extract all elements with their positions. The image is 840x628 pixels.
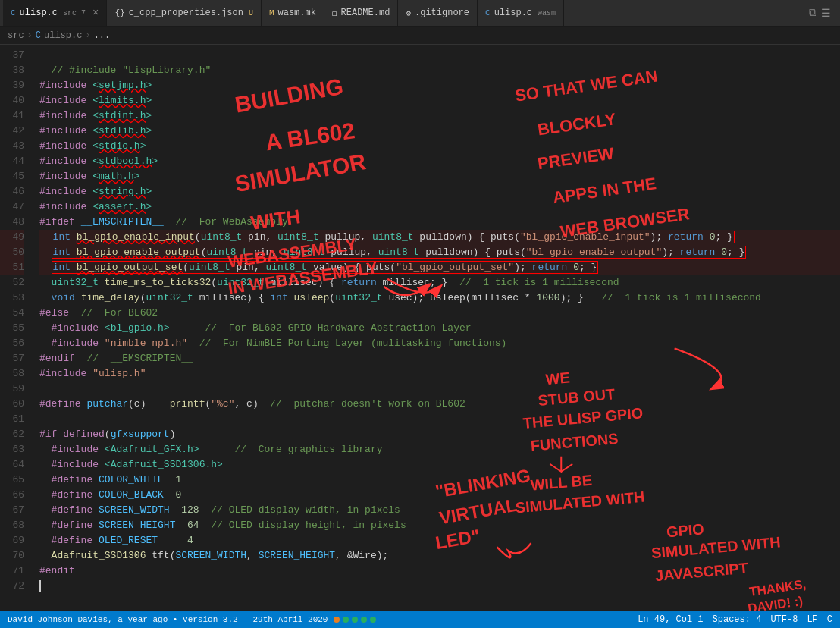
more-actions-btn[interactable]: ☰ (821, 7, 831, 20)
tab-dirty: U (249, 9, 253, 17)
tab-actions: ⧉ ☰ (809, 7, 837, 20)
dot-3 (352, 617, 358, 623)
dot-5 (370, 617, 376, 623)
tab-label: wasm.mk (278, 8, 316, 18)
code-line: int bl_gpio_enable_input(uint8_t pin, ui… (39, 230, 840, 245)
tab-bar: C ulisp.c src 7 × {} c_cpp_properties.js… (0, 0, 840, 27)
code-line: int bl_gpio_enable_output(uint8_t pin, u… (39, 245, 840, 260)
code-line: #define COLOR_BLACK 0 (39, 488, 840, 503)
language-mode[interactable]: C (827, 614, 832, 625)
tab-icon-readme: ◻ (332, 8, 337, 18)
breadcrumb-c: C (36, 30, 41, 41)
line-numbers: 37383940 41424344 45464748 49 50 51 5253… (0, 45, 32, 611)
code-line: #endif (39, 564, 840, 579)
code-line: #ifdef __EMSCRIPTEN__ // For WebAssembly (39, 215, 840, 230)
code-line: #include <string.h> (39, 184, 840, 199)
code-line (39, 412, 840, 427)
cursor-position: Ln 49, Col 1 (638, 614, 703, 625)
tab-badge: src 7 (63, 9, 86, 17)
code-line: #include <Adafruit_SSD1306.h> (39, 457, 840, 473)
tab-label: ulisp.c (494, 8, 532, 18)
code-line: #include <math.h> (39, 169, 840, 184)
code-line: #include "ulisp.h" (39, 366, 840, 382)
tab-label: c_cpp_properties.json (129, 8, 243, 18)
code-line: #include <stdlib.h> (39, 124, 840, 139)
code-line: #include <Adafruit_GFX.h> // Core graphi… (39, 442, 840, 457)
indentation: Spaces: 4 (713, 614, 762, 625)
code-line: #define putchar(c) printf("%c", c) // pu… (39, 397, 840, 412)
breadcrumb-file[interactable]: ulisp.c (44, 30, 82, 41)
code-line: #include <stdint.h> (39, 108, 840, 124)
tab-icon-git: ⚙ (406, 8, 411, 18)
code-line (39, 579, 840, 594)
code-line: #define OLED_RESET 4 (39, 533, 840, 548)
code-line: Adafruit_SSD1306 tft(SCREEN_WIDTH, SCREE… (39, 548, 840, 564)
code-line: #if defined(gfxsupport) (39, 427, 840, 442)
breadcrumb-symbol[interactable]: ... (94, 30, 111, 41)
code-line: #include "nimble_npl.h" // For NimBLE Po… (39, 336, 840, 351)
tab-c-cpp-props[interactable]: {} c_cpp_properties.json U (107, 0, 261, 27)
tab-gitignore[interactable]: ⚙ .gitignore (398, 0, 478, 27)
dot-1 (334, 617, 340, 623)
git-status: David Johnson-Davies, a year ago • Versi… (8, 615, 328, 624)
code-line: #include <stdio.h> (39, 139, 840, 154)
split-editor-btn[interactable]: ⧉ (809, 7, 816, 20)
code-line (39, 48, 840, 63)
editor-window: C ulisp.c src 7 × {} c_cpp_properties.js… (0, 0, 840, 628)
code-line: // #include "LispLibrary.h" (39, 63, 840, 78)
dot-4 (361, 617, 367, 623)
encoding: UTF-8 (770, 614, 798, 625)
status-bar: David Johnson-Davies, a year ago • Versi… (0, 611, 840, 628)
tab-icon-json: {} (114, 8, 124, 17)
code-line: int bl_gpio_output_set(uint8_t pin, uint… (39, 260, 840, 275)
status-dots (334, 617, 376, 623)
tab-badge2: wasm (538, 9, 556, 17)
tab-close-btn[interactable]: × (92, 7, 99, 19)
breadcrumb: src › C ulisp.c › ... (0, 27, 840, 45)
code-line: void time_delay(uint32_t millisec) { int… (39, 290, 840, 306)
code-line: #include <bl_gpio.h> // For BL602 GPIO H… (39, 321, 840, 336)
code-line: #include <setjmp.h> (39, 78, 840, 93)
code-line: uint32_t time_ms_to_ticks32(uint32_t mil… (39, 275, 840, 290)
tab-ulisp-wasm[interactable]: C ulisp.c wasm (478, 0, 564, 27)
code-line: #define COLOR_WHITE 1 (39, 473, 840, 488)
tab-label: .gitignore (415, 8, 469, 18)
tab-label: README.md (341, 8, 390, 18)
code-line (39, 382, 840, 397)
tab-ulisp-src[interactable]: C ulisp.c src 7 × (3, 0, 107, 27)
tab-icon-c: C (11, 8, 16, 17)
code-line: #include <assert.h> (39, 199, 840, 215)
code-line: #endif // __EMSCRIPTEN__ (39, 351, 840, 366)
tab-wasm-mk[interactable]: M wasm.mk (262, 0, 324, 27)
tab-icon-m: M (269, 8, 274, 17)
code-container: 37383940 41424344 45464748 49 50 51 5253… (0, 45, 840, 611)
code-line: #define SCREEN_WIDTH 128 // OLED display… (39, 503, 840, 518)
tab-readme[interactable]: ◻ README.md (324, 0, 398, 27)
tab-icon-c2: C (485, 8, 491, 17)
breadcrumb-src[interactable]: src (8, 30, 24, 41)
dot-2 (343, 617, 349, 623)
code-content[interactable]: // #include "LispLibrary.h" #include <se… (32, 45, 840, 611)
status-right: Ln 49, Col 1 Spaces: 4 UTF-8 LF C (638, 614, 832, 625)
code-line: #include <stdbool.h> (39, 154, 840, 169)
code-line: #else // For BL602 (39, 306, 840, 321)
code-line: #define SCREEN_HEIGHT 64 // OLED display… (39, 518, 840, 533)
code-line: #include <limits.h> (39, 93, 840, 108)
tab-label: ulisp.c (20, 8, 58, 18)
line-ending: LF (807, 614, 817, 625)
